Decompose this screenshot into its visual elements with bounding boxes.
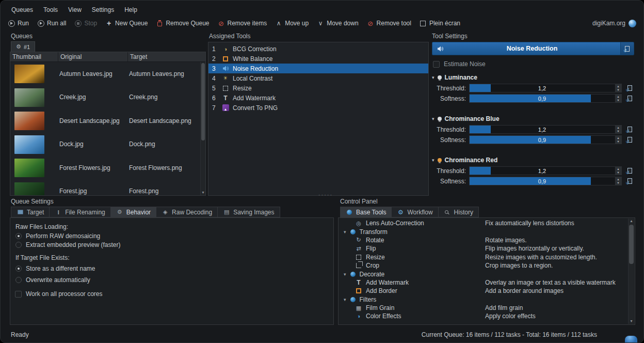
reset-defaults-button[interactable]: [620, 42, 634, 55]
toolbar-button-plein-cran[interactable]: Plein écran: [420, 20, 460, 27]
tab-target[interactable]: Target: [11, 207, 50, 217]
tool-group-decorate[interactable]: ▾Decorate: [340, 270, 627, 278]
toolbar-button-new-queue[interactable]: +New Queue: [105, 20, 148, 27]
toolbar-button-run-all[interactable]: Run all: [37, 20, 66, 27]
column-header-target[interactable]: Target: [128, 52, 205, 61]
assigned-tool-add-watermark[interactable]: 6TAdd Watermark: [208, 93, 428, 103]
radio-option-perform-raw-demosaicing[interactable]: Perform RAW demosaicing: [15, 232, 120, 240]
toolbar-button-stop[interactable]: Stop: [74, 20, 97, 27]
toolbar-button-move-up[interactable]: ∧Move up: [275, 20, 309, 27]
spin-up-icon[interactable]: ▲: [615, 136, 621, 140]
tab-raw-decoding[interactable]: ◈Raw Decoding: [156, 207, 218, 217]
slider-spinbox[interactable]: 0,9▲▼: [469, 94, 622, 103]
tab-saving-images[interactable]: ▤Saving Images: [217, 207, 280, 217]
slider-spinbox[interactable]: 1,2▲▼: [469, 166, 622, 175]
radio-button[interactable]: [15, 277, 22, 283]
queue-row-creek-jpg[interactable]: Creek.jpgCreek.png: [10, 86, 200, 110]
scroll-down-icon[interactable]: ▾: [201, 190, 205, 195]
slider-spinbox[interactable]: 0,9▲▼: [469, 135, 622, 144]
spin-down-icon[interactable]: ▼: [615, 140, 621, 144]
resize-grip-icon[interactable]: [625, 336, 637, 342]
radio-button[interactable]: [15, 233, 22, 239]
spin-buttons[interactable]: ▲▼: [615, 126, 621, 133]
spin-up-icon[interactable]: ▲: [615, 167, 621, 171]
slider-spinbox[interactable]: 0,9▲▼: [469, 177, 622, 185]
column-header-original[interactable]: Original: [58, 52, 128, 61]
tool-item-film-grain[interactable]: ▦Film GrainAdd film grain: [340, 304, 627, 312]
scroll-up-icon[interactable]: ▴: [629, 219, 634, 224]
queue-row-forest-jpg[interactable]: Forest.jpgForest.png: [10, 180, 200, 196]
menu-settings[interactable]: Settings: [87, 5, 119, 14]
scroll-down-icon[interactable]: ▾: [629, 319, 634, 324]
queue-row-autumn-leaves-jpg[interactable]: Autumn Leaves.jpgAutumn Leaves.png: [10, 62, 200, 86]
reset-button[interactable]: [626, 95, 633, 102]
scrollbar-thumb[interactable]: [629, 225, 634, 264]
reset-button[interactable]: [626, 136, 633, 144]
spin-down-icon[interactable]: ▼: [615, 88, 621, 92]
toolbar-button-remove-queue[interactable]: Remove Queue: [156, 20, 209, 27]
radio-option-extract-embedded-preview-faster[interactable]: Extract embedded preview (faster): [15, 241, 120, 249]
radio-option-store-as-a-different-name[interactable]: Store as a different name: [15, 264, 95, 273]
spin-buttons[interactable]: ▲▼: [615, 136, 621, 144]
reset-button[interactable]: [626, 85, 633, 92]
spin-buttons[interactable]: ▲▼: [615, 84, 621, 92]
collapse-arrow-icon[interactable]: ▾: [432, 116, 434, 121]
tab-file-renaming[interactable]: IFile Renaming: [49, 207, 110, 217]
expand-arrow-icon[interactable]: ▾: [344, 272, 346, 277]
collapse-arrow-icon[interactable]: ▾: [432, 158, 434, 163]
tab-behavior[interactable]: ⚙Behavior: [110, 207, 156, 217]
queue-row-desert-landscape-jpg[interactable]: Desert Landscape.jpgDesert Landscape.png: [10, 109, 200, 133]
spin-buttons[interactable]: ▲▼: [615, 167, 621, 175]
tool-group-filters[interactable]: ▾Filters: [340, 295, 627, 304]
tool-item-crop[interactable]: CropCrop images to a region.: [340, 261, 627, 270]
toolbar-button-move-down[interactable]: ∨Move down: [317, 20, 358, 27]
assigned-tool-bcg-correction[interactable]: 1◑BCG Correction: [208, 44, 428, 54]
slider-spinbox[interactable]: 1,2▲▼: [469, 84, 622, 92]
tab-history[interactable]: History: [438, 207, 479, 217]
splitter-handle[interactable]: ·····: [310, 192, 341, 198]
spin-down-icon[interactable]: ▼: [615, 130, 621, 134]
column-header-thumbnail[interactable]: Thumbnail: [10, 52, 58, 61]
tab-workflow[interactable]: ⚙Workflow: [391, 207, 438, 217]
queues-scrollbar[interactable]: ▾: [200, 62, 205, 195]
toolbar-button-remove-tool[interactable]: ⊘Remove tool: [367, 20, 411, 27]
menu-help[interactable]: Help: [120, 5, 142, 14]
tool-item-flip[interactable]: ⇄FlipFlip images horizontally or vertica…: [340, 244, 627, 253]
queue-row-forest-flowers-jpg[interactable]: Forest Flowers.jpgForest Flowers.png: [10, 156, 200, 180]
tool-item-add-watermark[interactable]: TAdd WatermarkOverlay an image or text a…: [340, 278, 627, 287]
menu-queues[interactable]: Queues: [7, 5, 38, 14]
slider-spinbox[interactable]: 1,2▲▼: [469, 125, 622, 134]
radio-button[interactable]: [15, 266, 22, 272]
reset-button[interactable]: [626, 126, 633, 133]
tool-item-color-effects[interactable]: ◑Color EffectsApply color effects: [340, 312, 627, 320]
reset-button[interactable]: [626, 178, 633, 185]
assigned-tool-white-balance[interactable]: 2White Balance: [208, 54, 428, 64]
tool-group-transform[interactable]: ▾Transform: [340, 227, 627, 236]
assigned-tool-local-contrast[interactable]: 4☀Local Contrast: [208, 73, 428, 83]
assigned-tool-resize[interactable]: 5Resize: [208, 83, 428, 93]
toolbar-button-remove-items[interactable]: ⊘Remove items: [217, 20, 267, 27]
toolbar-button-run[interactable]: Run: [8, 20, 29, 27]
section-header-chrominance-red[interactable]: ▾Chrominance Red: [432, 155, 634, 165]
scrollbar-thumb[interactable]: [201, 63, 205, 141]
section-header-luminance[interactable]: ▾Luminance: [432, 73, 634, 82]
radio-button[interactable]: [15, 242, 22, 248]
expand-arrow-icon[interactable]: ▾: [344, 297, 346, 302]
spin-up-icon[interactable]: ▲: [615, 177, 621, 181]
expand-arrow-icon[interactable]: ▾: [344, 229, 346, 235]
menu-tools[interactable]: Tools: [39, 5, 62, 14]
tab-base-tools[interactable]: Base Tools: [340, 207, 392, 217]
spin-down-icon[interactable]: ▼: [615, 171, 621, 175]
spin-up-icon[interactable]: ▲: [615, 95, 621, 99]
spin-up-icon[interactable]: ▲: [615, 126, 621, 130]
tool-item-lens-auto-correction[interactable]: ◎Lens Auto-CorrectionFix automatically l…: [340, 219, 627, 227]
reset-button[interactable]: [626, 167, 633, 175]
control-panel-scrollbar[interactable]: ▴ ▾: [628, 219, 634, 324]
spin-buttons[interactable]: ▲▼: [615, 177, 621, 185]
assigned-tool-noise-reduction[interactable]: 3Noise Reduction: [208, 64, 428, 73]
spin-up-icon[interactable]: ▲: [615, 84, 621, 88]
spin-down-icon[interactable]: ▼: [615, 99, 621, 103]
processor-cores-checkbox[interactable]: [15, 291, 22, 298]
assigned-tool-convert-to-png[interactable]: 7▲Convert To PNG: [208, 103, 428, 113]
estimate-noise-checkbox[interactable]: [433, 61, 440, 68]
